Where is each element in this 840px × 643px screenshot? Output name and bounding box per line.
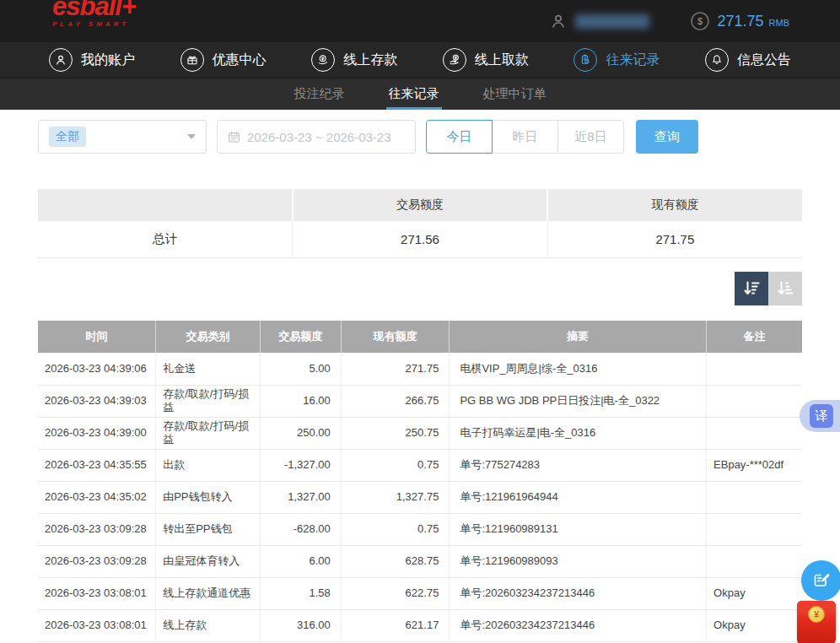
cell-time: 2026-03-23 03:08:01	[38, 609, 156, 641]
cell-amount: -1,327.00	[260, 449, 341, 481]
column-header-type: 交易类别	[156, 321, 260, 353]
cell-balance: 271.75	[341, 353, 450, 385]
cell-time: 2026-03-23 04:39:06	[38, 353, 156, 385]
column-header-time: 时间	[38, 321, 156, 353]
translate-icon: 译	[810, 404, 833, 428]
cell-type: 线上存款	[156, 609, 260, 641]
bell-icon	[705, 48, 729, 72]
cell-amount: 316.00	[260, 609, 341, 641]
summary-balance-total: 271.75	[548, 221, 802, 257]
cell-summary: 单号:121960989093	[450, 545, 707, 577]
red-packet-button[interactable]: ¥	[797, 601, 836, 643]
cell-type: 线上存款通道优惠	[156, 577, 260, 609]
nav-item-deposit[interactable]: 线上存款	[311, 48, 397, 72]
cell-amount: 250.00	[260, 417, 341, 449]
cell-balance: 266.75	[341, 385, 450, 417]
table-row: 2026-03-23 04:35:02由PP钱包转入1,327.001,327.…	[38, 481, 802, 513]
main-nav: 我的账户优惠中心线上存款线上取款往来记录信息公告	[0, 42, 840, 78]
subnav-tab-0[interactable]: 投注纪录	[292, 78, 347, 110]
summary-header-empty	[38, 189, 293, 221]
cell-type: 礼金送	[156, 353, 260, 385]
user-account[interactable]	[549, 12, 649, 30]
translate-button[interactable]: 译	[800, 400, 840, 432]
cell-remark	[707, 513, 802, 545]
balance[interactable]: $ 271.75 RMB	[690, 11, 789, 31]
cell-summary: 单号:121960989131	[450, 513, 707, 545]
gift-icon	[180, 48, 204, 72]
table-row: 2026-03-23 03:08:01线上存款316.00621.17单号:20…	[38, 609, 802, 641]
top-bar: esball+ PLAY SMART $ 271.75 RMB	[0, 0, 840, 42]
feedback-button[interactable]	[801, 560, 840, 601]
cell-balance: 0.75	[341, 513, 450, 545]
cell-type: 存款/取款/打码/损益	[156, 417, 260, 449]
cell-amount: 16.00	[260, 385, 341, 417]
sort-descending-icon	[742, 279, 761, 298]
type-filter-dropdown[interactable]: 全部	[38, 120, 207, 154]
cell-summary: PG BB WG JDB PP日日投注|电-全_0322	[450, 385, 707, 417]
cell-time: 2026-03-23 04:35:02	[38, 481, 156, 513]
sort-ascending-icon	[776, 279, 794, 298]
sort-ascending-button[interactable]	[768, 272, 802, 305]
nav-item-bell[interactable]: 信息公告	[705, 48, 791, 72]
date-range-input[interactable]: 2026-03-23 ~ 2026-03-23	[217, 120, 416, 154]
filter-bar: 全部 2026-03-23 ~ 2026-03-23 今日昨日近8日 查询	[38, 120, 802, 154]
cell-balance: 622.75	[341, 577, 450, 609]
nav-item-withdraw[interactable]: 线上取款	[443, 48, 529, 72]
summary-header-row: 交易额度 现有额度	[38, 189, 802, 221]
cell-remark: Okpay	[707, 577, 802, 609]
cell-amount: 6.00	[260, 545, 341, 577]
table-row: 2026-03-23 04:39:00存款/取款/打码/损益250.00250.…	[38, 417, 802, 449]
quick-date-button-2[interactable]: 近8日	[557, 120, 624, 154]
cell-type: 转出至PP钱包	[156, 513, 260, 545]
logo[interactable]: esball+ PLAY SMART	[52, 0, 136, 42]
cell-summary: 电棋VIP_周周息|综-全_0316	[450, 353, 707, 385]
cell-summary: 单号:775274283	[450, 449, 707, 481]
table-row: 2026-03-23 04:39:06礼金送5.00271.75电棋VIP_周周…	[38, 353, 802, 385]
username-blurred[interactable]	[575, 14, 649, 29]
records-header-row: 时间交易类别交易额度现有额度摘要备注	[38, 321, 802, 353]
table-row: 2026-03-23 03:08:01线上存款通道优惠1.58622.75单号:…	[38, 577, 802, 609]
cell-time: 2026-03-23 04:39:00	[38, 417, 156, 449]
nav-item-label: 往来记录	[606, 51, 660, 69]
cell-balance: 1,327.75	[341, 481, 450, 513]
nav-item-gift[interactable]: 优惠中心	[180, 48, 267, 72]
cell-summary: 单号:202603234237213446	[450, 609, 707, 641]
topbar-right: $ 271.75 RMB	[549, 11, 789, 31]
sort-controls	[38, 272, 802, 305]
summary-table: 交易额度 现有额度 总计 271.56 271.75	[38, 189, 802, 258]
cell-remark	[707, 385, 802, 417]
sort-descending-button[interactable]	[735, 272, 768, 305]
nav-item-user[interactable]: 我的账户	[49, 48, 135, 72]
nav-item-records[interactable]: 往来记录	[573, 48, 660, 72]
summary-total-label: 总计	[38, 221, 293, 257]
calendar-icon	[228, 131, 240, 143]
nav-item-label: 我的账户	[81, 51, 135, 69]
cell-time: 2026-03-23 03:09:28	[38, 545, 156, 577]
records-table: 时间交易类别交易额度现有额度摘要备注 2026-03-23 04:39:06礼金…	[38, 321, 802, 642]
quick-date-button-1[interactable]: 昨日	[492, 120, 558, 154]
summary-total-row: 总计 271.56 271.75	[38, 221, 802, 258]
cell-time: 2026-03-23 03:08:01	[38, 577, 156, 609]
cell-amount: -628.00	[260, 513, 341, 545]
cell-amount: 1.58	[260, 577, 341, 609]
deposit-icon	[311, 48, 335, 72]
subnav-tab-2[interactable]: 处理中订单	[481, 78, 549, 110]
quick-date-button-0[interactable]: 今日	[426, 120, 493, 154]
logo-tagline: PLAY SMART	[52, 20, 136, 28]
chevron-down-icon	[187, 134, 196, 139]
page: esball+ PLAY SMART $ 271.75 RMB 我的账户优惠中心…	[0, 0, 840, 643]
cell-remark: EBpay-***02df	[707, 449, 802, 481]
withdraw-icon	[443, 48, 466, 72]
summary-transaction-total: 271.56	[293, 221, 547, 257]
nav-item-label: 线上取款	[475, 51, 529, 69]
date-range-value: 2026-03-23 ~ 2026-03-23	[247, 130, 391, 144]
subnav-tab-1[interactable]: 往来记录	[386, 78, 442, 110]
cell-amount: 1,327.00	[260, 481, 341, 513]
gold-coin-icon: ¥	[808, 606, 825, 623]
nav-item-label: 优惠中心	[213, 51, 267, 69]
quick-date-group: 今日昨日近8日	[426, 120, 624, 154]
cell-remark	[707, 481, 802, 513]
query-button[interactable]: 查询	[636, 120, 698, 154]
table-row: 2026-03-23 03:09:28转出至PP钱包-628.000.75单号:…	[38, 513, 802, 545]
logo-text: esball+	[52, 0, 136, 19]
